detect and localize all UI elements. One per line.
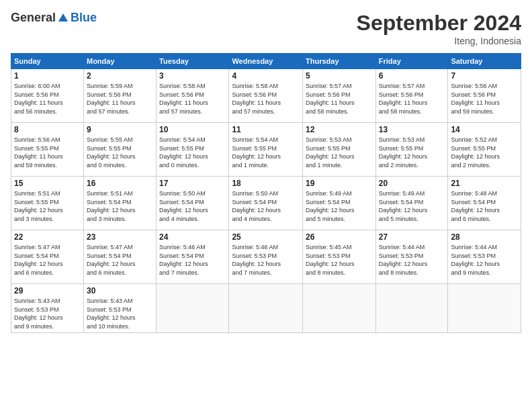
day-info: Sunrise: 5:44 AM Sunset: 5:53 PM Dayligh… [379, 243, 445, 277]
table-row: 5Sunrise: 5:57 AM Sunset: 5:56 PM Daylig… [303, 69, 376, 123]
day-info: Sunrise: 5:50 AM Sunset: 5:54 PM Dayligh… [159, 189, 226, 223]
calendar-header-row: Sunday Monday Tuesday Wednesday Thursday… [11, 54, 521, 69]
logo-blue: Blue [71, 11, 97, 25]
day-number: 10 [159, 125, 226, 134]
table-row: 28Sunrise: 5:44 AM Sunset: 5:53 PM Dayli… [448, 230, 521, 284]
logo-general: General [11, 11, 56, 25]
day-info: Sunrise: 5:54 AM Sunset: 5:55 PM Dayligh… [159, 136, 226, 169]
day-info: Sunrise: 5:52 AM Sunset: 5:55 PM Dayligh… [451, 136, 518, 169]
day-number: 19 [306, 179, 373, 188]
day-info: Sunrise: 6:00 AM Sunset: 5:56 PM Dayligh… [14, 82, 81, 116]
day-info: Sunrise: 5:59 AM Sunset: 5:56 PM Dayligh… [87, 82, 153, 116]
day-number: 27 [379, 232, 445, 242]
table-row: 14Sunrise: 5:52 AM Sunset: 5:55 PM Dayli… [448, 123, 521, 177]
day-info: Sunrise: 5:46 AM Sunset: 5:53 PM Dayligh… [232, 243, 300, 277]
table-row: 8Sunrise: 5:56 AM Sunset: 5:55 PM Daylig… [11, 123, 84, 177]
day-info: Sunrise: 5:47 AM Sunset: 5:54 PM Dayligh… [14, 243, 81, 277]
table-row [448, 284, 521, 333]
day-number: 5 [306, 71, 373, 81]
day-info: Sunrise: 5:48 AM Sunset: 5:54 PM Dayligh… [451, 189, 518, 223]
day-info: Sunrise: 5:56 AM Sunset: 5:56 PM Dayligh… [451, 82, 518, 116]
day-number: 30 [87, 286, 153, 295]
day-info: Sunrise: 5:58 AM Sunset: 5:56 PM Dayligh… [232, 82, 300, 116]
day-number: 17 [159, 179, 226, 188]
month-title: September 2024 [357, 11, 521, 36]
day-info: Sunrise: 5:49 AM Sunset: 5:54 PM Dayligh… [306, 189, 373, 223]
table-row: 25Sunrise: 5:46 AM Sunset: 5:53 PM Dayli… [229, 230, 303, 284]
table-row: 20Sunrise: 5:49 AM Sunset: 5:54 PM Dayli… [375, 177, 448, 230]
day-info: Sunrise: 5:46 AM Sunset: 5:54 PM Dayligh… [159, 243, 226, 277]
day-number: 4 [232, 71, 300, 81]
day-number: 12 [306, 125, 373, 134]
day-number: 20 [379, 179, 445, 188]
day-number: 23 [87, 232, 153, 242]
logo-icon [57, 12, 69, 24]
table-row: 10Sunrise: 5:54 AM Sunset: 5:55 PM Dayli… [157, 123, 229, 177]
table-row: 13Sunrise: 5:53 AM Sunset: 5:55 PM Dayli… [375, 123, 448, 177]
col-monday: Monday [83, 54, 156, 69]
day-info: Sunrise: 5:53 AM Sunset: 5:55 PM Dayligh… [379, 136, 445, 169]
day-info: Sunrise: 5:56 AM Sunset: 5:55 PM Dayligh… [14, 136, 81, 169]
day-number: 1 [14, 71, 81, 81]
table-row [229, 284, 303, 333]
day-number: 9 [87, 125, 153, 134]
table-row: 21Sunrise: 5:48 AM Sunset: 5:54 PM Dayli… [448, 177, 521, 230]
table-row: 6Sunrise: 5:57 AM Sunset: 5:56 PM Daylig… [375, 69, 448, 123]
page: General Blue September 2024 Iteng, Indon… [0, 0, 532, 411]
table-row: 15Sunrise: 5:51 AM Sunset: 5:55 PM Dayli… [11, 177, 84, 230]
day-number: 11 [232, 125, 300, 134]
table-row: 29Sunrise: 5:43 AM Sunset: 5:53 PM Dayli… [11, 284, 84, 333]
day-number: 25 [232, 232, 300, 242]
col-saturday: Saturday [448, 54, 521, 69]
day-number: 15 [14, 179, 81, 188]
table-row: 2Sunrise: 5:59 AM Sunset: 5:56 PM Daylig… [83, 69, 156, 123]
calendar-table: Sunday Monday Tuesday Wednesday Thursday… [11, 53, 521, 333]
day-info: Sunrise: 5:54 AM Sunset: 5:55 PM Dayligh… [232, 136, 300, 169]
table-row [157, 284, 229, 333]
table-row: 9Sunrise: 5:55 AM Sunset: 5:55 PM Daylig… [83, 123, 156, 177]
day-info: Sunrise: 5:45 AM Sunset: 5:53 PM Dayligh… [306, 243, 373, 277]
table-row: 16Sunrise: 5:51 AM Sunset: 5:54 PM Dayli… [83, 177, 156, 230]
day-number: 8 [14, 125, 81, 134]
day-number: 7 [451, 71, 518, 81]
table-row: 18Sunrise: 5:50 AM Sunset: 5:54 PM Dayli… [229, 177, 303, 230]
table-row: 3Sunrise: 5:58 AM Sunset: 5:56 PM Daylig… [157, 69, 229, 123]
svg-marker-0 [58, 13, 68, 21]
table-row: 26Sunrise: 5:45 AM Sunset: 5:53 PM Dayli… [303, 230, 376, 284]
logo: General Blue [11, 11, 97, 25]
table-row: 17Sunrise: 5:50 AM Sunset: 5:54 PM Dayli… [157, 177, 229, 230]
table-row: 24Sunrise: 5:46 AM Sunset: 5:54 PM Dayli… [157, 230, 229, 284]
day-info: Sunrise: 5:53 AM Sunset: 5:55 PM Dayligh… [306, 136, 373, 169]
day-number: 3 [159, 71, 226, 81]
col-friday: Friday [375, 54, 448, 69]
col-tuesday: Tuesday [157, 54, 229, 69]
table-row: 27Sunrise: 5:44 AM Sunset: 5:53 PM Dayli… [375, 230, 448, 284]
day-info: Sunrise: 5:49 AM Sunset: 5:54 PM Dayligh… [379, 189, 445, 223]
col-wednesday: Wednesday [229, 54, 303, 69]
day-info: Sunrise: 5:57 AM Sunset: 5:56 PM Dayligh… [306, 82, 373, 116]
table-row: 4Sunrise: 5:58 AM Sunset: 5:56 PM Daylig… [229, 69, 303, 123]
day-number: 14 [451, 125, 518, 134]
day-info: Sunrise: 5:51 AM Sunset: 5:54 PM Dayligh… [87, 189, 153, 223]
day-info: Sunrise: 5:44 AM Sunset: 5:53 PM Dayligh… [451, 243, 518, 277]
day-number: 13 [379, 125, 445, 134]
table-row: 23Sunrise: 5:47 AM Sunset: 5:54 PM Dayli… [83, 230, 156, 284]
location: Iteng, Indonesia [357, 36, 521, 46]
day-info: Sunrise: 5:47 AM Sunset: 5:54 PM Dayligh… [87, 243, 153, 277]
table-row: 1Sunrise: 6:00 AM Sunset: 5:56 PM Daylig… [11, 69, 84, 123]
day-info: Sunrise: 5:43 AM Sunset: 5:53 PM Dayligh… [87, 297, 153, 330]
title-area: September 2024 Iteng, Indonesia [357, 11, 521, 46]
table-row: 7Sunrise: 5:56 AM Sunset: 5:56 PM Daylig… [448, 69, 521, 123]
day-number: 24 [159, 232, 226, 242]
day-number: 26 [306, 232, 373, 242]
day-number: 6 [379, 71, 445, 81]
day-number: 18 [232, 179, 300, 188]
table-row [303, 284, 376, 333]
day-info: Sunrise: 5:43 AM Sunset: 5:53 PM Dayligh… [14, 297, 81, 330]
day-info: Sunrise: 5:51 AM Sunset: 5:55 PM Dayligh… [14, 189, 81, 223]
table-row: 12Sunrise: 5:53 AM Sunset: 5:55 PM Dayli… [303, 123, 376, 177]
table-row: 11Sunrise: 5:54 AM Sunset: 5:55 PM Dayli… [229, 123, 303, 177]
col-thursday: Thursday [303, 54, 376, 69]
day-number: 29 [14, 286, 81, 295]
table-row: 19Sunrise: 5:49 AM Sunset: 5:54 PM Dayli… [303, 177, 376, 230]
